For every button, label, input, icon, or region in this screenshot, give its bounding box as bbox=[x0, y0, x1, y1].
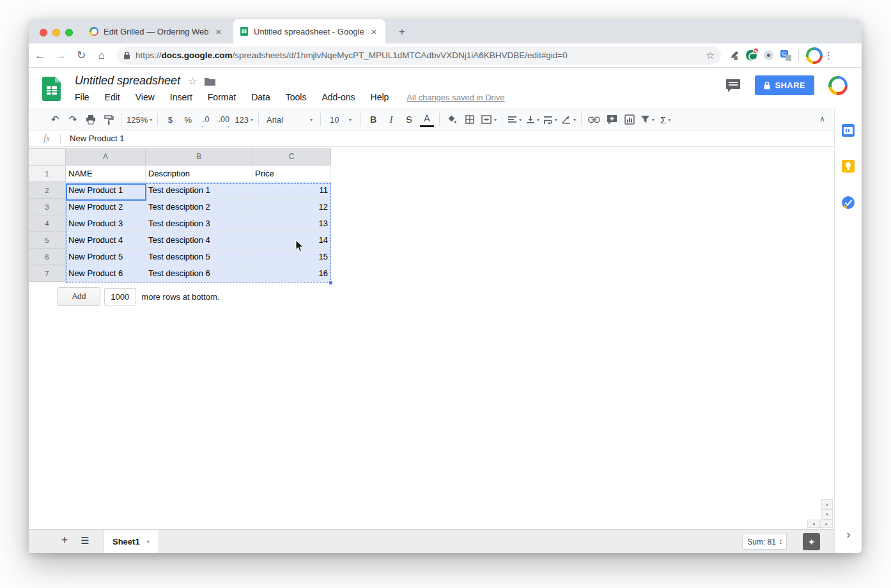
redo-icon[interactable]: ↷ bbox=[66, 112, 80, 127]
zoom-window-button[interactable] bbox=[65, 29, 73, 36]
zoom-select[interactable]: 125%▾ bbox=[127, 112, 152, 127]
insert-comment-icon[interactable] bbox=[605, 112, 619, 127]
share-button[interactable]: SHARE bbox=[755, 75, 814, 95]
cell-A6[interactable]: New Product 5 bbox=[66, 249, 146, 265]
browser-tab-spreadsheet[interactable]: Untitled spreadsheet - Google × bbox=[233, 19, 385, 43]
functions-button[interactable]: Σ▾ bbox=[658, 112, 672, 127]
select-all-corner[interactable] bbox=[29, 148, 66, 166]
cell-A4[interactable]: New Product 3 bbox=[66, 215, 146, 232]
text-color-button[interactable]: A bbox=[420, 112, 434, 127]
collapse-toolbar-icon[interactable]: ∧ bbox=[819, 114, 825, 123]
more-formats-button[interactable]: 123▾ bbox=[235, 112, 253, 127]
close-tab-icon[interactable]: × bbox=[369, 26, 379, 37]
cell-A2[interactable]: New Product 1 bbox=[66, 182, 146, 199]
format-currency-button[interactable]: $ bbox=[163, 112, 177, 127]
all-sheets-icon[interactable]: ☰ bbox=[77, 535, 93, 546]
cell-A1[interactable]: NAME bbox=[66, 166, 146, 182]
close-tab-icon[interactable]: × bbox=[213, 26, 224, 37]
grammarly-extension-icon[interactable] bbox=[746, 50, 757, 61]
reload-icon[interactable]: ↻ bbox=[72, 49, 90, 62]
back-icon[interactable]: ← bbox=[31, 49, 49, 62]
menu-data[interactable]: Data bbox=[251, 92, 270, 102]
new-tab-button[interactable]: + bbox=[394, 24, 410, 40]
home-icon[interactable]: ⌂ bbox=[93, 49, 111, 62]
cell-B4[interactable]: Test desciption 3 bbox=[146, 215, 252, 232]
cell-B7[interactable]: Test desciption 6 bbox=[146, 265, 252, 282]
strikethrough-button[interactable]: S bbox=[402, 112, 416, 127]
font-size-select[interactable]: 10▾ bbox=[326, 112, 355, 127]
address-bar[interactable]: https://docs.google.com/spreadsheets/d/1… bbox=[117, 47, 721, 65]
add-sheet-icon[interactable]: + bbox=[57, 534, 72, 547]
account-avatar[interactable] bbox=[828, 76, 848, 95]
cell-A7[interactable]: New Product 6 bbox=[66, 265, 146, 282]
fill-handle[interactable] bbox=[329, 281, 333, 285]
cell-B3[interactable]: Test desciption 2 bbox=[146, 199, 252, 215]
italic-button[interactable]: I bbox=[384, 112, 398, 127]
sheet-tab-sheet1[interactable]: Sheet1 ▾ bbox=[103, 530, 159, 553]
row-header-5[interactable]: 5 bbox=[29, 232, 66, 249]
row-header-6[interactable]: 6 bbox=[29, 249, 66, 265]
cell-C1[interactable]: Price bbox=[252, 166, 331, 182]
cell-C2[interactable]: 11 bbox=[252, 182, 331, 199]
scroll-right-button[interactable]: ▸ bbox=[820, 520, 833, 528]
sum-stepper-icon[interactable]: ▴▾ bbox=[780, 539, 782, 545]
menu-format[interactable]: Format bbox=[208, 92, 236, 102]
cell-C5[interactable]: 14 bbox=[252, 232, 331, 249]
forward-icon[interactable]: → bbox=[52, 49, 70, 62]
colorpicker-extension-icon[interactable] bbox=[729, 50, 739, 61]
cell-A5[interactable]: New Product 4 bbox=[66, 232, 146, 249]
close-window-button[interactable] bbox=[40, 29, 47, 36]
column-header-B[interactable]: B bbox=[146, 148, 252, 166]
add-rows-button[interactable]: Add bbox=[58, 287, 100, 306]
menu-file[interactable]: File bbox=[75, 92, 89, 102]
menu-view[interactable]: View bbox=[136, 92, 155, 102]
cell-A3[interactable]: New Product 2 bbox=[66, 199, 146, 215]
filter-icon[interactable]: ▾ bbox=[640, 112, 655, 127]
hide-panel-chevron-icon[interactable]: › bbox=[835, 527, 862, 541]
keep-icon[interactable] bbox=[842, 160, 855, 173]
cell-B2[interactable]: Test desciption 1 bbox=[146, 182, 252, 199]
row-header-3[interactable]: 3 bbox=[29, 199, 66, 215]
scroll-down-button[interactable]: ▾ bbox=[821, 509, 833, 520]
cell-C7[interactable]: 16 bbox=[252, 265, 331, 282]
font-select[interactable]: Arial▾ bbox=[264, 112, 315, 127]
undo-icon[interactable]: ↶ bbox=[48, 112, 62, 127]
browser-tab-ordering-web[interactable]: Edit Grilled — Ordering Web & × bbox=[83, 19, 230, 43]
format-percent-button[interactable]: % bbox=[181, 112, 195, 127]
cell-C4[interactable]: 13 bbox=[252, 215, 331, 232]
move-folder-icon[interactable] bbox=[205, 77, 215, 86]
explore-button[interactable]: ✦ bbox=[803, 533, 820, 550]
cell-C6[interactable]: 15 bbox=[252, 249, 331, 265]
row-header-1[interactable]: 1 bbox=[29, 166, 66, 182]
menu-addons[interactable]: Add-ons bbox=[322, 92, 355, 102]
menu-insert[interactable]: Insert bbox=[170, 92, 192, 102]
cell-B5[interactable]: Test desciption 4 bbox=[146, 232, 252, 249]
cell-C3[interactable]: 12 bbox=[252, 199, 331, 215]
save-status[interactable]: All changes saved in Drive bbox=[407, 93, 504, 102]
increase-decimal-button[interactable]: .00→ bbox=[217, 112, 231, 127]
profile-avatar[interactable] bbox=[806, 47, 823, 64]
minimize-window-button[interactable] bbox=[52, 29, 60, 36]
text-wrap-button[interactable]: ▾ bbox=[543, 112, 557, 127]
bookmark-star-icon[interactable]: ☆ bbox=[706, 50, 715, 61]
sheet-menu-icon[interactable]: ▾ bbox=[147, 539, 150, 545]
decrease-decimal-button[interactable]: .0← bbox=[199, 112, 213, 127]
row-header-2[interactable]: 2 bbox=[29, 182, 66, 199]
insert-chart-icon[interactable] bbox=[623, 112, 637, 127]
vertical-align-button[interactable]: ▾ bbox=[525, 112, 539, 127]
rows-count-input[interactable] bbox=[104, 288, 136, 306]
scroll-up-button[interactable]: ▴ bbox=[821, 499, 833, 509]
print-icon[interactable] bbox=[84, 112, 98, 127]
row-header-7[interactable]: 7 bbox=[29, 265, 66, 282]
sum-summary[interactable]: Sum: 81 ▴▾ bbox=[742, 534, 787, 550]
cell-B6[interactable]: Test desciption 5 bbox=[146, 249, 252, 265]
cell-B1[interactable]: Description bbox=[146, 166, 252, 182]
borders-button[interactable] bbox=[463, 112, 477, 127]
translate-extension-icon[interactable]: G bbox=[780, 50, 791, 61]
browser-menu-icon[interactable]: ⋮ bbox=[824, 50, 833, 61]
insert-link-icon[interactable] bbox=[587, 112, 601, 127]
merge-cells-button[interactable]: ▾ bbox=[481, 112, 497, 127]
sheets-logo-icon[interactable] bbox=[42, 77, 61, 101]
bold-button[interactable]: B bbox=[366, 112, 380, 127]
scroll-left-button[interactable]: ◂ bbox=[807, 520, 820, 528]
